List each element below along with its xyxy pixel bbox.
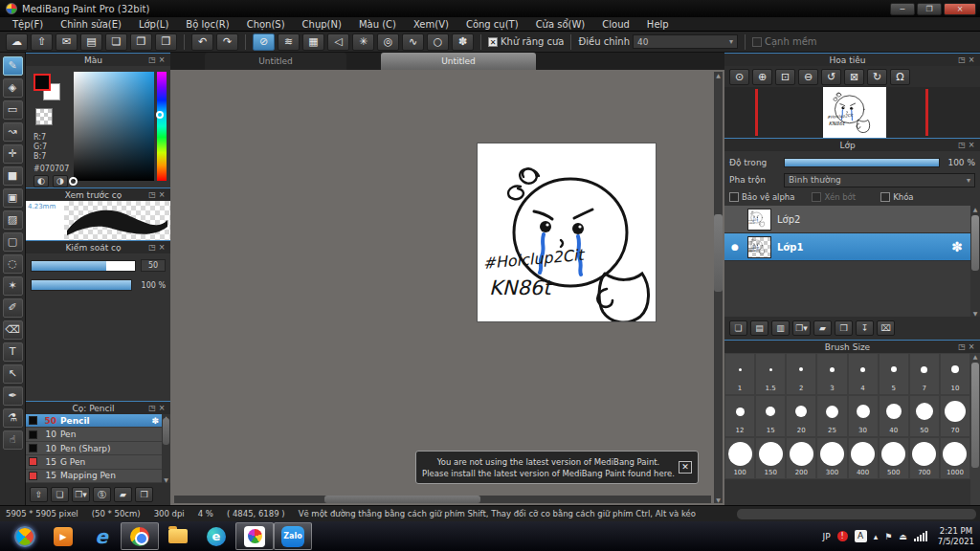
brush-row[interactable]: 15G Pen	[26, 455, 162, 469]
brush-size-option[interactable]: 10	[940, 353, 970, 395]
scroll-down-icon[interactable]: ▼	[162, 476, 170, 483]
brush-size-option[interactable]: 150	[755, 437, 786, 479]
antialias-checkbox[interactable]: ✕	[488, 37, 498, 47]
close-icon[interactable]: ×	[967, 55, 976, 64]
brush-opacity-slider[interactable]	[31, 279, 132, 291]
brush-row[interactable]: 15Mapping Pen	[26, 470, 162, 483]
brush-settings-gear-icon[interactable]: ✽	[151, 416, 159, 426]
select-eraser-tool[interactable]: ⌫	[3, 320, 23, 340]
snap-grid-icon[interactable]: ▦	[302, 33, 324, 51]
brush-folder-icon[interactable]: ▰	[114, 487, 132, 502]
menu-item[interactable]: Cửa sổ(W)	[527, 17, 594, 32]
script-brush-icon[interactable]: ⓢ	[93, 487, 111, 502]
scrollbar-thumb[interactable]	[714, 214, 723, 292]
close-icon[interactable]: ×	[157, 243, 167, 252]
document-icon[interactable]: ❏	[105, 33, 127, 51]
brush-row[interactable]: 10Pen (Sharp)	[26, 442, 162, 455]
delete-layer-icon[interactable]: ⌧	[877, 320, 895, 336]
polyline-tool[interactable]: ↝	[3, 122, 23, 142]
snap-curve-icon[interactable]: ∿	[402, 33, 424, 51]
popout-icon[interactable]: ◳	[147, 243, 157, 252]
restore-button[interactable]: ❐	[917, 3, 942, 15]
snap-off-icon[interactable]: ⊘	[253, 33, 275, 51]
menu-item[interactable]: Chỉnh sửa(E)	[52, 17, 130, 32]
menu-item[interactable]: Chọn(S)	[238, 17, 294, 32]
sv-marker[interactable]	[69, 177, 78, 186]
safely-remove-icon[interactable]: ⏏	[899, 532, 907, 541]
close-button[interactable]: ×	[944, 3, 976, 15]
correction-dropdown[interactable]: 40 ▾	[633, 34, 738, 49]
layer-visibility-toggle[interactable]: ●	[728, 242, 742, 252]
brush-size-option[interactable]: 200	[786, 437, 816, 479]
add-layer-icon[interactable]: ❐▾	[792, 320, 811, 336]
layer-settings-gear-icon[interactable]: ✽	[951, 239, 963, 254]
publish-icon[interactable]: ⇧	[31, 33, 53, 51]
brush-size-scrollbar[interactable]: ▲	[970, 353, 980, 505]
brush-row[interactable]: 10Pen	[26, 428, 162, 441]
taskbar-clock[interactable]: 2:21 PM 7/5/2021	[934, 526, 974, 547]
menu-item[interactable]: Chụp(N)	[294, 17, 350, 32]
fit-screen-icon[interactable]: ⊡	[775, 69, 795, 85]
merge-layer-icon[interactable]: ↧	[856, 320, 874, 336]
soft-edge-checkbox[interactable]	[752, 37, 762, 47]
brush-size-option[interactable]: 25	[816, 395, 847, 437]
snap-settings-icon[interactable]: ✽	[452, 33, 474, 51]
brush-size-option[interactable]: 700	[909, 437, 940, 479]
scrollbar-thumb[interactable]	[163, 418, 169, 445]
horizontal-scrollbar[interactable]	[174, 496, 711, 503]
layer-folder-icon[interactable]: ▰	[813, 320, 832, 336]
scrollbar-thumb[interactable]	[971, 363, 979, 468]
select-fill-tool[interactable]: ■	[3, 166, 23, 186]
canvas-area[interactable]: Untitled Untitled You are not using the …	[170, 53, 724, 505]
comment-list-icon[interactable]: ▤	[80, 33, 102, 51]
ime-mode-icon[interactable]: A	[855, 530, 867, 542]
start-button[interactable]	[6, 522, 44, 550]
brush-size-option[interactable]: 100	[724, 437, 755, 479]
brush-size-option[interactable]: 300	[816, 437, 847, 479]
lock-checkbox[interactable]	[880, 192, 890, 202]
close-icon[interactable]: ×	[157, 190, 167, 199]
blend-mode-dropdown[interactable]: Bình thường ▾	[784, 173, 975, 187]
duplicate-brush-icon[interactable]: ❒	[135, 487, 153, 502]
brush-size-option[interactable]: 3	[816, 353, 847, 395]
navigator-preview[interactable]	[724, 87, 980, 138]
popout-icon[interactable]: ◳	[147, 55, 157, 64]
move-tool[interactable]: ✛	[3, 144, 23, 164]
brush-size-option[interactable]: 20	[786, 395, 816, 437]
undo-button[interactable]: ↶	[191, 33, 213, 51]
popout-icon[interactable]: ◳	[147, 190, 157, 199]
canvas-image[interactable]	[478, 143, 656, 321]
cloud-icon[interactable]: ☁	[6, 33, 28, 51]
popout-icon[interactable]: ◳	[147, 404, 157, 412]
close-icon[interactable]: ×	[967, 141, 976, 149]
brush-size-option[interactable]: 5	[879, 353, 909, 395]
menu-item[interactable]: Cloud	[593, 17, 638, 32]
brush-list-scrollbar[interactable]: ▲ ▼	[162, 414, 170, 483]
brush-row[interactable]: 50Pencil✽	[26, 414, 162, 428]
unlock-icon[interactable]: Ω	[890, 69, 910, 85]
vertical-scrollbar[interactable]: ▲ ▼	[714, 72, 723, 503]
taskbar-zalo[interactable]: Zalo	[274, 522, 312, 550]
select-pen-tool[interactable]: ✐	[3, 298, 23, 318]
alert-tray-icon[interactable]: !	[837, 531, 848, 541]
magic-wand-tool[interactable]: ✶	[3, 276, 23, 296]
brush-size-option[interactable]: 50	[909, 395, 940, 437]
brush-tool[interactable]: ✎	[3, 56, 23, 76]
gradient-tool[interactable]: ▨	[3, 210, 23, 230]
menu-item[interactable]: Xem(V)	[405, 17, 457, 32]
lasso-tool[interactable]: ◌	[3, 254, 23, 274]
layer-row-selected[interactable]: ● Lớp1 ✽	[724, 233, 970, 261]
scroll-down-icon[interactable]: ▼	[714, 496, 723, 503]
snap-vanishing-icon[interactable]: ◁	[327, 33, 349, 51]
brush-size-option[interactable]: 4	[848, 353, 879, 395]
brush-size-option[interactable]: 1	[724, 353, 755, 395]
comment-icon[interactable]: ✉	[56, 33, 78, 51]
scroll-up-icon[interactable]: ▲	[970, 353, 980, 360]
hidden-icons-chevron[interactable]: ▴	[874, 532, 879, 541]
saturation-value-picker[interactable]	[74, 72, 154, 181]
layer-opacity-slider[interactable]	[784, 158, 940, 167]
protect-alpha-checkbox[interactable]	[729, 192, 739, 202]
new-8bit-layer-icon[interactable]: ▤	[750, 320, 768, 336]
scrollbar-thumb[interactable]	[971, 215, 979, 271]
action-center-flag-icon[interactable]: ⚑	[884, 532, 892, 541]
